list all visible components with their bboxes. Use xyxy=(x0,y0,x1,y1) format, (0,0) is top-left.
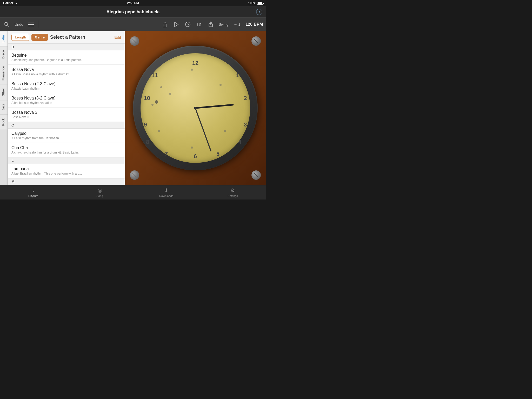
mixer-icon[interactable] xyxy=(196,22,203,27)
sidebar-tab-other[interactable]: Other xyxy=(0,84,8,100)
clock-11: 11 xyxy=(151,72,158,79)
dot-marker xyxy=(224,130,226,132)
clock-5: 5 xyxy=(216,151,220,157)
sidebar-tab-disco[interactable]: Disco xyxy=(0,46,8,62)
pattern-desc: A basic Latin rhythm xyxy=(11,87,121,90)
clock-8: 8 xyxy=(146,139,149,145)
pattern-name: Bossa Nova xyxy=(11,67,121,72)
pattern-name: Bossa Nova (2-3 Clave) xyxy=(11,82,121,86)
status-bar: Carrier ▲ 2:56 PM 100% xyxy=(0,0,266,6)
clock-7: 7 xyxy=(165,151,168,157)
svg-marker-6 xyxy=(175,22,178,27)
dot-marker xyxy=(160,86,162,88)
tab-settings-label: Settings xyxy=(228,194,238,197)
carrier-label: Carrier xyxy=(3,1,13,5)
list-item[interactable]: Bossa Nova (2-3 Clave) A basic Latin rhy… xyxy=(8,79,125,93)
arrow-label: → 1 xyxy=(234,22,241,26)
clock-container: 12 1 2 3 4 5 6 7 8 9 10 11 xyxy=(133,46,258,170)
clock-center-dot xyxy=(194,107,197,109)
tab-rhythm-label: Rhythm xyxy=(28,194,38,197)
list-item[interactable]: Cha Cha A cha-cha-cha rhythm for a drum … xyxy=(8,143,125,157)
info-icon[interactable]: i xyxy=(256,9,262,15)
clock-2: 2 xyxy=(244,95,247,102)
dot-marker xyxy=(220,84,222,86)
length-filter-button[interactable]: Length xyxy=(11,34,29,41)
toolbar: Undo xyxy=(0,18,266,31)
wifi-icon: ▲ xyxy=(15,2,18,5)
share-icon[interactable] xyxy=(207,22,214,27)
pattern-desc: Boss Nova 3 xyxy=(11,115,121,119)
pattern-desc: a Latin Bossa nova rhythm with a drum ki… xyxy=(11,72,121,76)
timer-icon[interactable] xyxy=(184,22,191,27)
dot-marker xyxy=(151,104,154,106)
status-time: 2:56 PM xyxy=(127,1,139,5)
settings-icon: ⚙ xyxy=(230,187,235,194)
tab-rhythm[interactable]: ♩ Rhythm xyxy=(0,185,66,200)
dot-marker xyxy=(191,69,193,71)
lock-icon[interactable] xyxy=(161,22,169,27)
tab-song[interactable]: ◎ Song xyxy=(66,185,133,200)
pattern-panel: Length Genre Select a Pattern Edit B Beg… xyxy=(8,31,125,185)
status-right: 100% xyxy=(248,1,263,5)
genre-sidebar: Latin Disco Flamenco Other Jazz Rock xyxy=(0,31,8,185)
sidebar-tab-rock[interactable]: Rock xyxy=(0,114,8,129)
clock-6: 6 xyxy=(194,153,197,160)
tab-downloads-label: Downloads xyxy=(159,194,173,197)
clock-area: 12 1 2 3 4 5 6 7 8 9 10 11 xyxy=(125,31,266,185)
svg-rect-15 xyxy=(200,23,201,24)
screw-bottom-left xyxy=(130,170,139,180)
song-icon: ◎ xyxy=(98,187,102,194)
pattern-desc: A basic beguine pattern. Beguine is a La… xyxy=(11,58,121,62)
screw-bottom-right xyxy=(251,170,261,180)
list-item[interactable]: Beguine A basic beguine pattern. Beguine… xyxy=(8,50,125,65)
sidebar-tab-latin[interactable]: Latin xyxy=(0,31,8,46)
title-bar: Alegrias pepe habichuela i xyxy=(0,6,266,18)
bpm-label: 120 BPM xyxy=(245,22,263,27)
list-item[interactable]: Bossa Nova a Latin Bossa nova rhythm wit… xyxy=(8,65,125,79)
pattern-name: Cha Cha xyxy=(11,145,121,150)
pattern-name: Calypso xyxy=(11,131,121,136)
battery-fill xyxy=(258,2,262,4)
panel-title: Select a Pattern xyxy=(50,35,112,40)
list-item[interactable]: Lambada A fast Brazilian rhythm. This on… xyxy=(8,164,125,178)
search-button[interactable] xyxy=(3,22,10,27)
list-icon[interactable] xyxy=(27,22,35,27)
list-item[interactable]: Bossa Nova 3 Boss Nova 3 xyxy=(8,108,125,122)
tab-settings[interactable]: ⚙ Settings xyxy=(200,185,266,200)
battery-percent: 100% xyxy=(248,1,256,5)
pattern-desc: A basic Latin rhythm variation xyxy=(11,101,121,105)
pattern-name: Bossa Nova (3-2 Clave) xyxy=(11,96,121,101)
list-item[interactable]: Calypso A Latin rhythm from the Caribbea… xyxy=(8,129,125,143)
toolbar-right: Swing → 1 120 BPM xyxy=(218,22,263,27)
pattern-desc: A Latin rhythm from the Caribbean. xyxy=(11,136,121,140)
pattern-name: Beguine xyxy=(11,53,121,58)
sidebar-tab-flamenco[interactable]: Flamenco xyxy=(0,62,8,84)
svg-rect-13 xyxy=(197,24,198,24)
pattern-desc: A cha-cha-cha rhythm for a drum kit. Bas… xyxy=(11,151,121,154)
pattern-desc: A fast Brazilian rhythm. This one perfor… xyxy=(11,172,121,175)
tab-downloads[interactable]: ⬇ Downloads xyxy=(133,185,200,200)
genre-filter-button[interactable]: Genre xyxy=(31,34,48,41)
status-left: Carrier ▲ xyxy=(3,1,18,5)
screw-top-right xyxy=(251,36,261,46)
tab-bar: ♩ Rhythm ◎ Song ⬇ Downloads ⚙ Settings xyxy=(0,185,266,200)
song-title: Alegrias pepe habichuela xyxy=(106,9,159,15)
svg-line-1 xyxy=(8,25,9,27)
pattern-name: Bossa Nova 3 xyxy=(11,110,121,115)
section-b: B xyxy=(8,44,125,50)
clock-outer: 12 1 2 3 4 5 6 7 8 9 10 11 xyxy=(133,46,258,170)
clock-3: 3 xyxy=(244,121,247,128)
play-button[interactable] xyxy=(173,22,180,27)
clock-12: 12 xyxy=(192,60,198,66)
list-item[interactable]: Bossa Nova (3-2 Clave) A basic Latin rhy… xyxy=(8,93,125,108)
dot-large xyxy=(169,93,171,95)
sidebar-tab-jazz[interactable]: Jazz xyxy=(0,100,8,114)
pattern-list[interactable]: B Beguine A basic beguine pattern. Begui… xyxy=(8,44,125,185)
swing-label: Swing xyxy=(218,22,228,26)
pattern-name: Lambada xyxy=(11,167,121,171)
tab-song-label: Song xyxy=(96,194,103,197)
clock-face: 12 1 2 3 4 5 6 7 8 9 10 11 xyxy=(141,53,250,163)
battery-icon xyxy=(257,2,263,5)
undo-button[interactable]: Undo xyxy=(15,22,23,26)
edit-button[interactable]: Edit xyxy=(114,35,121,39)
